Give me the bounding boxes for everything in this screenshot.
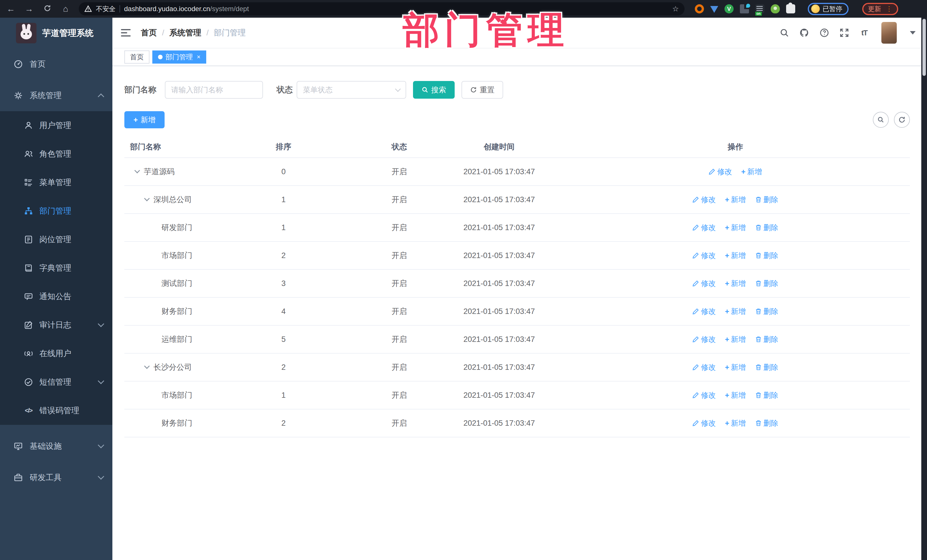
sidebar-item-home[interactable]: 首页	[0, 49, 112, 80]
browser-profile-chip[interactable]: 已暂停	[808, 3, 849, 15]
address-bar[interactable]: 不安全 dashboard.yudao.iocoder.cn/system/de…	[79, 2, 685, 15]
edit-link[interactable]: 修改	[692, 418, 716, 428]
search-button[interactable]: 搜索	[413, 81, 454, 99]
forward-icon[interactable]: →	[24, 5, 34, 13]
sms-icon	[24, 378, 33, 387]
search-icon[interactable]	[779, 28, 790, 38]
delete-link[interactable]: 删除	[755, 223, 778, 233]
browser-menu-dots-icon[interactable]: ⋮	[886, 5, 892, 13]
edit-link[interactable]: 修改	[708, 167, 732, 177]
toggle-search-button[interactable]	[873, 112, 889, 128]
sidebar-item-menus[interactable]: 菜单管理	[0, 168, 112, 197]
add-link[interactable]: +新增	[725, 418, 746, 428]
extension-blue-gem-icon[interactable]	[710, 6, 718, 13]
fullscreen-icon[interactable]	[839, 28, 849, 38]
add-link[interactable]: +新增	[725, 195, 746, 205]
table-row: 研发部门 1 开启 2021-01-05 17:03:47 修改 +新增 删除	[125, 214, 910, 242]
sidebar-item-users[interactable]: 用户管理	[0, 111, 112, 140]
add-link[interactable]: +新增	[725, 334, 746, 344]
omnibox-divider	[120, 5, 120, 12]
delete-link[interactable]: 删除	[755, 363, 778, 372]
font-size-icon[interactable]: tT	[859, 28, 869, 38]
tab-dept[interactable]: 部门管理 ×	[152, 50, 206, 64]
header-icons: tT	[779, 22, 916, 44]
extension-grid-icon[interactable]	[740, 4, 749, 14]
sidebar-item-sms[interactable]: 短信管理	[0, 368, 112, 396]
reset-button[interactable]: 重置	[462, 81, 503, 99]
dept-name: 市场部门	[161, 390, 192, 400]
edit-link[interactable]: 修改	[692, 334, 716, 344]
sidebar-item-audit-logs[interactable]: 审计日志	[0, 311, 112, 339]
extension-switch-icon[interactable]: on	[755, 4, 764, 14]
delete-link[interactable]: 删除	[755, 390, 778, 400]
url-text[interactable]: dashboard.yudao.iocoder.cn/system/dept	[124, 5, 249, 13]
tab-home[interactable]: 首页	[125, 50, 149, 64]
status-label: 状态	[277, 84, 293, 95]
breadcrumb-home[interactable]: 首页	[141, 27, 157, 38]
main-area: 首页 / 系统管理 / 部门管理 tT 首页	[112, 18, 927, 560]
reload-icon[interactable]	[42, 4, 53, 14]
chevron-up-icon	[98, 94, 104, 100]
extension-key-icon[interactable]	[771, 4, 780, 14]
edit-link[interactable]: 修改	[692, 363, 716, 372]
expand-arrow-icon[interactable]	[144, 363, 150, 369]
delete-link[interactable]: 删除	[755, 250, 778, 261]
sidebar-item-infra[interactable]: 基础设施	[0, 431, 112, 462]
sidebar-item-online-users[interactable]: 在线用户	[0, 339, 112, 368]
delete-link[interactable]: 删除	[755, 195, 778, 205]
sidebar-item-dicts[interactable]: 字典管理	[0, 254, 112, 282]
add-link[interactable]: +新增	[725, 363, 746, 372]
delete-link[interactable]: 删除	[755, 279, 778, 288]
add-link[interactable]: +新增	[725, 250, 746, 261]
expand-arrow-icon[interactable]	[144, 196, 150, 201]
add-link[interactable]: +新增	[725, 279, 746, 288]
breadcrumb-system[interactable]: 系统管理	[169, 27, 201, 38]
add-link[interactable]: +新增	[725, 307, 746, 317]
sidebar-item-depts[interactable]: 部门管理	[0, 197, 112, 225]
edit-link[interactable]: 修改	[692, 279, 716, 288]
security-label[interactable]: 不安全	[96, 5, 115, 14]
sidebar-item-roles[interactable]: 角色管理	[0, 140, 112, 168]
edit-link[interactable]: 修改	[692, 307, 716, 317]
page-scrollbar[interactable]	[921, 18, 927, 560]
status-select[interactable]: 菜单状态	[296, 81, 406, 99]
sidebar-item-system[interactable]: 系统管理	[0, 80, 112, 111]
scrollbar-thumb[interactable]	[922, 19, 926, 76]
help-icon[interactable]	[819, 28, 830, 38]
home-icon[interactable]: ⌂	[61, 5, 71, 13]
avatar-caret-icon[interactable]	[910, 31, 916, 35]
sidebar-item-posts[interactable]: 岗位管理	[0, 225, 112, 254]
dept-name-input[interactable]	[165, 81, 263, 99]
table-row: 芋道源码 0 开启 2021-01-05 17:03:47 修改 +新增	[125, 158, 910, 186]
extension-orange-icon[interactable]	[695, 4, 704, 14]
add-link[interactable]: +新增	[725, 223, 746, 233]
sidebar-item-error-codes[interactable]: </> 错误码管理	[0, 396, 112, 425]
sidebar-logo-row[interactable]: 芋道管理系统	[0, 18, 112, 49]
refresh-button[interactable]	[894, 112, 910, 128]
edit-link[interactable]: 修改	[692, 390, 716, 400]
github-icon[interactable]	[799, 28, 810, 38]
add-link[interactable]: +新增	[725, 390, 746, 400]
delete-link[interactable]: 删除	[755, 307, 778, 317]
edit-link[interactable]: 修改	[692, 195, 716, 205]
close-icon[interactable]: ×	[197, 53, 201, 61]
bookmark-star-icon[interactable]: ☆	[672, 5, 679, 14]
browser-update-button[interactable]: 更新 ⋮	[862, 3, 898, 15]
delete-link[interactable]: 删除	[755, 418, 778, 428]
user-avatar[interactable]	[881, 22, 897, 44]
sidebar-item-notices[interactable]: 通知公告	[0, 282, 112, 311]
dept-name: 财务部门	[161, 418, 192, 428]
back-icon[interactable]: ←	[6, 5, 16, 13]
add-link[interactable]: +新增	[741, 167, 762, 177]
hamburger-icon[interactable]	[121, 29, 131, 36]
dept-name: 运维部门	[161, 334, 192, 344]
edit-link[interactable]: 修改	[692, 223, 716, 233]
delete-link[interactable]: 删除	[755, 334, 778, 344]
edit-link[interactable]: 修改	[692, 250, 716, 261]
dept-name: 研发部门	[161, 222, 192, 233]
sidebar-item-dev-tools[interactable]: 研发工具	[0, 462, 112, 493]
extensions-puzzle-icon[interactable]	[786, 4, 795, 14]
extension-vue-icon[interactable]: V	[725, 4, 734, 14]
expand-arrow-icon[interactable]	[134, 168, 140, 173]
add-button[interactable]: + 新增	[125, 111, 164, 128]
